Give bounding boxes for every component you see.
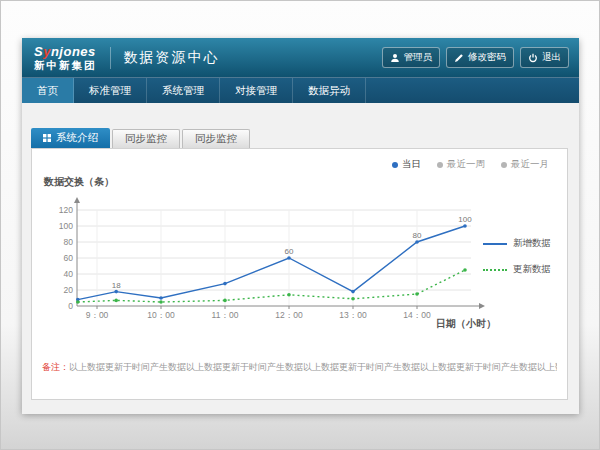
legend-item-updated-data: 更新数据	[483, 263, 551, 276]
change-password-button[interactable]: 修改密码	[446, 47, 514, 68]
svg-text:10：00: 10：00	[147, 310, 175, 320]
svg-text:18: 18	[112, 281, 121, 290]
app-title: 数据资源中心	[124, 49, 220, 67]
svg-text:60: 60	[64, 253, 74, 263]
tab-label: 系统介绍	[56, 131, 98, 145]
dot-icon	[392, 162, 398, 168]
svg-text:80: 80	[413, 231, 422, 240]
footnote: 备注：以上数据更新于时间产生数据以上数据更新于时间产生数据以上数据更新于时间产生…	[42, 361, 557, 374]
svg-text:12：00: 12：00	[275, 310, 303, 320]
footnote-text: 以上数据更新于时间产生数据以上数据更新于时间产生数据以上数据更新于时间产生数据以…	[69, 362, 557, 372]
legend-item-new-data: 新增数据	[483, 237, 551, 250]
legend-last-month-label: 最近一月	[511, 158, 549, 171]
app-window: Synjones 新中新集团 数据资源中心 管理员 修改密码	[22, 38, 579, 413]
svg-text:11：00: 11：00	[212, 310, 239, 320]
brand-name: Synjones	[34, 45, 97, 58]
dot-icon	[501, 162, 507, 168]
content-area: 系统介绍 同步监控 同步监控 当日 最近一周 最近一月 数据交换（条） 0204…	[22, 103, 579, 414]
series-legend: 新增数据 更新数据	[483, 237, 551, 289]
legend-today-label: 当日	[402, 158, 421, 171]
admin-user-label: 管理员	[404, 51, 433, 64]
brand-mark: y	[43, 44, 51, 59]
nav-item-data-change[interactable]: 数据异动	[293, 78, 366, 103]
header-divider	[110, 47, 111, 69]
legend-last-week-label: 最近一周	[447, 158, 485, 171]
legend-last-month[interactable]: 最近一月	[501, 158, 549, 171]
nav-item-connect-mgmt[interactable]: 对接管理	[220, 78, 293, 103]
logout-button[interactable]: 退出	[520, 47, 569, 68]
header-actions: 管理员 修改密码 退出	[382, 47, 570, 68]
svg-text:9：00: 9：00	[86, 310, 109, 320]
line-chart: 0204060801001209：0010：0011：0012：0013：001…	[46, 195, 502, 335]
svg-text:0: 0	[68, 301, 73, 311]
nav-item-system-mgmt[interactable]: 系统管理	[147, 78, 220, 103]
edit-icon	[454, 53, 464, 63]
nav-item-standard-mgmt[interactable]: 标准管理	[74, 78, 147, 103]
logout-label: 退出	[542, 51, 561, 64]
svg-text:40: 40	[64, 269, 74, 279]
nav-label: 数据异动	[308, 84, 350, 98]
nav-label: 标准管理	[89, 84, 131, 98]
page: { "header": { "logo": {"part1": "S", "ma…	[0, 0, 600, 450]
x-axis-title: 日期（小时）	[436, 317, 496, 331]
legend-today[interactable]: 当日	[392, 158, 421, 171]
svg-text:100: 100	[458, 215, 472, 224]
tab-system-intro[interactable]: 系统介绍	[31, 128, 110, 148]
y-axis-title: 数据交换（条）	[44, 175, 114, 189]
admin-user-button[interactable]: 管理员	[382, 47, 441, 68]
brand-logo: Synjones 新中新集团	[34, 45, 97, 71]
legend-label: 新增数据	[513, 237, 551, 250]
nav-label: 对接管理	[235, 84, 277, 98]
tab-label: 同步监控	[195, 132, 237, 146]
brand-name-start: S	[34, 44, 43, 59]
tab-bar: 系统介绍 同步监控 同步监控	[31, 128, 250, 148]
tab-sync-monitor-1[interactable]: 同步监控	[112, 129, 180, 148]
change-password-label: 修改密码	[468, 51, 506, 64]
svg-text:14：00: 14：00	[403, 310, 431, 320]
brand-subtitle: 新中新集团	[34, 60, 97, 71]
legend-last-week[interactable]: 最近一周	[437, 158, 485, 171]
svg-text:60: 60	[285, 247, 294, 256]
power-icon	[528, 53, 538, 63]
tab-sync-monitor-2[interactable]: 同步监控	[182, 129, 250, 148]
svg-text:13：00: 13：00	[339, 310, 367, 320]
legend-line-sample	[483, 243, 507, 245]
grid-icon	[43, 134, 51, 142]
tab-label: 同步监控	[125, 132, 167, 146]
app-header: Synjones 新中新集团 数据资源中心 管理员 修改密码	[22, 38, 579, 77]
nav-label: 首页	[37, 84, 58, 98]
svg-text:20: 20	[64, 285, 74, 295]
brand-name-end: njones	[51, 44, 96, 59]
svg-text:120: 120	[59, 205, 73, 215]
legend-label: 更新数据	[513, 263, 551, 276]
footnote-prefix: 备注：	[42, 362, 69, 372]
nav-label: 系统管理	[162, 84, 204, 98]
main-nav: 首页 标准管理 系统管理 对接管理 数据异动	[22, 77, 579, 103]
legend-line-sample	[483, 269, 507, 271]
user-icon	[390, 53, 400, 63]
dot-icon	[437, 162, 443, 168]
svg-text:100: 100	[59, 221, 73, 231]
chart-card: 当日 最近一周 最近一月 数据交换（条） 0204060801001209：00…	[31, 148, 568, 400]
svg-text:80: 80	[64, 237, 74, 247]
nav-item-home[interactable]: 首页	[22, 78, 74, 103]
period-filter: 当日 最近一周 最近一月	[392, 158, 549, 171]
